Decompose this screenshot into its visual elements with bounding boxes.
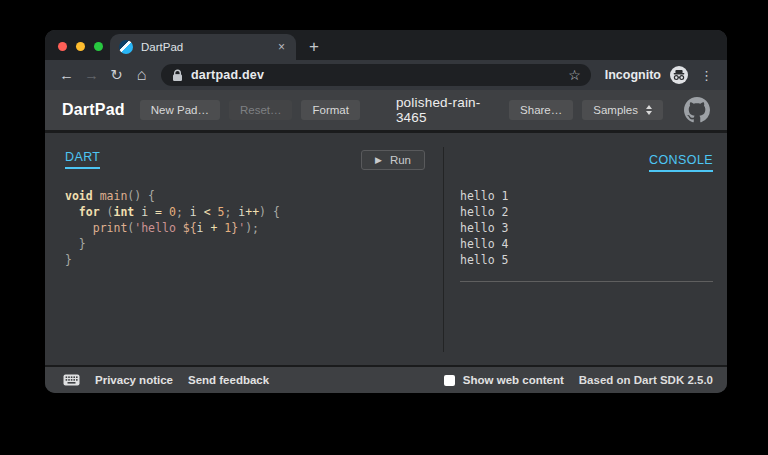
share-button[interactable]: Share… [509,100,573,120]
tab-title: DartPad [141,41,268,53]
bookmark-star-icon[interactable]: ☆ [563,67,586,83]
close-tab-icon[interactable]: × [276,40,287,54]
editor-panel: DART ▶ Run void main() { for (int i = 0;… [45,133,443,365]
console-line: hello 4 [460,236,713,252]
tab-console[interactable]: CONSOLE [649,153,713,172]
github-link[interactable] [684,97,710,123]
tab-dart[interactable]: DART [65,150,100,169]
maximize-window-button[interactable] [94,42,103,51]
show-web-content-label[interactable]: Show web content [463,374,564,386]
dropdown-arrows-icon [646,105,652,115]
dartpad-header: DartPad New Pad… Reset… Format polished-… [45,90,727,133]
console-divider [460,281,713,282]
new-pad-button[interactable]: New Pad… [140,100,220,120]
github-icon [684,97,710,123]
console-panel: CONSOLE hello 1hello 2hello 3hello 4hell… [443,133,727,365]
minimize-window-button[interactable] [76,42,85,51]
code-line: print('hello ${i + 1}'); [65,220,425,236]
incognito-icon [670,66,688,84]
console-output: hello 1hello 2hello 3hello 4hello 5 [460,188,713,268]
console-line: hello 1 [460,188,713,204]
samples-label: Samples [593,104,638,116]
code-editor[interactable]: void main() { for (int i = 0; i < 5; i++… [65,188,425,268]
pad-name: polished-rain-3465 [396,95,509,125]
run-label: Run [390,154,411,166]
reset-button: Reset… [229,100,293,120]
pane-divider[interactable] [443,147,444,352]
send-feedback-link[interactable]: Send feedback [188,374,269,386]
samples-dropdown[interactable]: Samples [582,100,663,120]
browser-window: DartPad × + ← → ↻ ⌂ dartpad.dev ☆ Incogn… [45,30,727,393]
window-controls [58,42,103,51]
format-button[interactable]: Format [301,100,359,120]
forward-icon: → [79,60,104,90]
close-window-button[interactable] [58,42,67,51]
url-text[interactable]: dartpad.dev [191,68,264,82]
browser-toolbar: ← → ↻ ⌂ dartpad.dev ☆ Incognito ⋮ [45,60,727,90]
dartpad-logo: DartPad [62,101,125,119]
footer: Privacy notice Send feedback Show web co… [45,365,727,393]
code-line: void main() { [65,188,425,204]
play-icon: ▶ [375,155,382,165]
show-web-content-checkbox[interactable] [444,375,455,386]
new-tab-button[interactable]: + [309,34,319,60]
console-line: hello 5 [460,252,713,268]
home-icon[interactable]: ⌂ [129,60,154,90]
console-panel-header: CONSOLE [460,150,713,174]
browser-tab-dartpad[interactable]: DartPad × [110,34,296,60]
address-bar[interactable]: dartpad.dev ☆ [161,64,591,86]
editor-panel-header: DART ▶ Run [65,150,425,174]
reload-icon[interactable]: ↻ [104,60,129,90]
code-line: } [65,252,425,268]
main-content: DART ▶ Run void main() { for (int i = 0;… [45,133,727,365]
tab-strip: DartPad × + [45,30,727,60]
incognito-label: Incognito [605,68,661,82]
code-line: } [65,236,425,252]
back-icon[interactable]: ← [54,60,79,90]
privacy-notice-link[interactable]: Privacy notice [95,374,173,386]
console-line: hello 3 [460,220,713,236]
console-line: hello 2 [460,204,713,220]
dartpad-favicon-icon [119,40,133,54]
code-line: for (int i = 0; i < 5; i++) { [65,204,425,220]
lock-icon [172,69,183,82]
run-button[interactable]: ▶ Run [361,150,425,170]
keyboard-icon [63,374,80,386]
sdk-version-label: Based on Dart SDK 2.5.0 [579,374,713,386]
browser-menu-icon[interactable]: ⋮ [695,68,718,83]
